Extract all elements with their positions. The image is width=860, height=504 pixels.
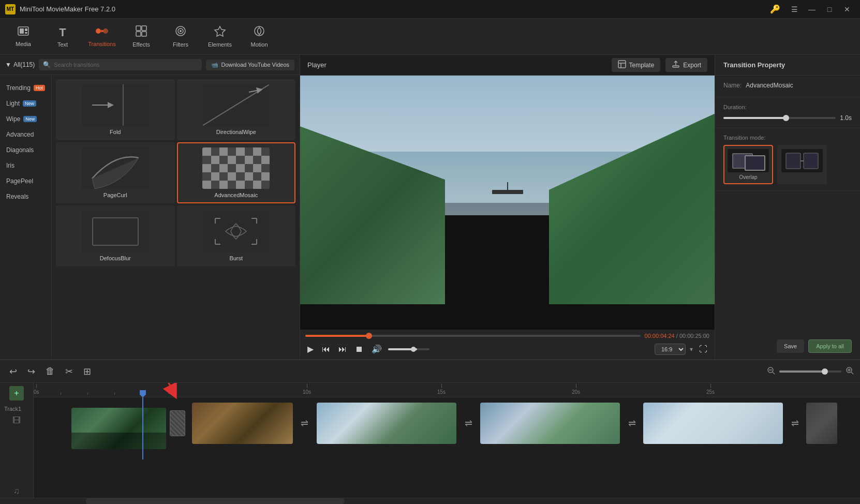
motion-icon: [254, 25, 265, 39]
timeline-right[interactable]: 0s 5s 10s 15s 20s: [34, 383, 860, 498]
apply-row: Save Apply to all: [715, 333, 860, 359]
export-btn[interactable]: Export: [665, 58, 707, 72]
effects-icon: [136, 25, 147, 39]
clip-forest[interactable]: [71, 408, 166, 449]
category-iris[interactable]: Iris: [0, 158, 51, 173]
add-track-btn[interactable]: +: [9, 386, 24, 401]
stop-btn[interactable]: ⏹: [353, 343, 365, 356]
all-count[interactable]: ▼ All(115): [5, 61, 35, 68]
hamburger-menu-btn[interactable]: ☰: [787, 3, 802, 16]
toolbar-transitions[interactable]: Transitions: [84, 21, 120, 52]
category-reveals[interactable]: Reveals: [0, 189, 51, 204]
svg-point-4: [96, 28, 101, 34]
category-light[interactable]: Light New: [0, 96, 51, 111]
mode-2[interactable]: [777, 145, 827, 184]
minimize-btn[interactable]: —: [804, 3, 820, 16]
fullscreen-btn[interactable]: ⛶: [697, 343, 709, 356]
label-20s: 20s: [572, 389, 580, 395]
transition-slot-2[interactable]: ⇌: [294, 408, 315, 439]
ruler-20s: 20s: [572, 384, 580, 395]
toolbar-motion[interactable]: Motion: [241, 21, 277, 52]
search-input[interactable]: [54, 62, 197, 68]
diagonals-label: Diagonals: [6, 146, 34, 154]
crop-btn[interactable]: ⊞: [80, 364, 94, 379]
transition-directionalwipe[interactable]: DirectionalWipe: [177, 79, 296, 140]
transition-burst[interactable]: Burst: [177, 205, 296, 266]
toolbar-text[interactable]: T Text: [45, 21, 81, 52]
svg-point-12: [180, 30, 182, 32]
tick-10s: [307, 384, 307, 388]
transition-marker-1: [170, 410, 185, 436]
zoom-wrap: [767, 366, 854, 376]
transition-slot-3[interactable]: ⇌: [458, 408, 479, 439]
search-input-wrap[interactable]: 🔍: [39, 59, 201, 70]
tick-25s: [710, 384, 711, 388]
clip-frozen[interactable]: [643, 403, 783, 444]
transition-slot-4[interactable]: ⇌: [621, 408, 642, 439]
film-icon[interactable]: 🎞: [12, 416, 21, 425]
search-icon: 🔍: [43, 61, 51, 68]
cut-btn[interactable]: ✂: [62, 364, 76, 379]
tick-3s: [114, 393, 115, 395]
download-youtube-btn[interactable]: 📹 Download YouTube Videos: [206, 60, 295, 70]
playhead[interactable]: [142, 397, 143, 459]
mode-section: Transition mode: Overlap: [715, 128, 860, 191]
music-icon[interactable]: ♫: [13, 486, 20, 496]
mode-options-row: Overlap: [723, 145, 852, 184]
ruler-3s: [114, 393, 115, 395]
redo-btn[interactable]: ↪: [24, 364, 38, 379]
zoom-slider[interactable]: [779, 370, 841, 373]
clip-snowy1[interactable]: [317, 403, 456, 444]
category-advanced[interactable]: Advanced: [0, 127, 51, 142]
toolbar-filters[interactable]: Filters: [162, 21, 199, 52]
svg-rect-25: [786, 153, 800, 169]
transition-pagecurl[interactable]: PageCurl: [56, 142, 175, 203]
clip-canyon[interactable]: [192, 403, 293, 444]
mode-overlap[interactable]: Overlap: [723, 145, 773, 184]
zoom-in-icon: [846, 366, 854, 376]
save-btn[interactable]: Save: [777, 339, 804, 353]
skip-fwd-btn[interactable]: ⏭: [336, 343, 349, 356]
skip-back-btn[interactable]: ⏮: [320, 343, 332, 356]
ruler-2s: [87, 393, 88, 395]
category-wipe[interactable]: Wipe New: [0, 111, 51, 127]
transition-fold[interactable]: Fold: [56, 79, 175, 140]
transition-slot-5[interactable]: ⇌: [784, 408, 805, 439]
chevron-down-icon: ▾: [690, 346, 693, 353]
right-panel: Transition Property Name: AdvancedMosaic…: [715, 55, 860, 359]
close-btn[interactable]: ✕: [839, 3, 855, 16]
clip-extra[interactable]: [806, 403, 837, 444]
toolbar-elements[interactable]: Elements: [202, 21, 238, 52]
advanced-label: Advanced: [6, 131, 34, 138]
duration-value: 1.0s: [840, 114, 852, 122]
maximize-btn[interactable]: □: [822, 3, 837, 16]
category-trending[interactable]: Trending Hot: [0, 80, 51, 96]
audio-track-row: ♫: [0, 484, 33, 498]
category-diagonals[interactable]: Diagonals: [0, 142, 51, 158]
progress-bar[interactable]: [305, 335, 641, 337]
duration-label: Duration:: [723, 104, 852, 110]
volume-btn[interactable]: 🔊: [369, 342, 384, 356]
transition-arrow-2: ⇌: [297, 416, 312, 431]
play-btn[interactable]: ▶: [305, 342, 316, 356]
track1-label: Track1: [0, 404, 33, 414]
apply-all-btn[interactable]: Apply to all: [808, 339, 852, 353]
transition-advancedmosaic[interactable]: AdvancedMosaic: [177, 142, 296, 203]
transition-defocusblur[interactable]: DefocusBlur: [56, 205, 175, 266]
delete-btn[interactable]: 🗑: [42, 364, 58, 379]
toolbar-media[interactable]: Media: [5, 21, 41, 52]
duration-slider[interactable]: [723, 117, 836, 119]
tick-20s: [576, 384, 576, 388]
bottom-scrollbar[interactable]: [0, 498, 860, 504]
undo-btn[interactable]: ↩: [6, 364, 20, 379]
transition-slot-1[interactable]: [167, 408, 188, 439]
svg-rect-15: [82, 84, 149, 126]
volume-slider[interactable]: [388, 348, 429, 350]
toolbar-effects[interactable]: Effects: [123, 21, 159, 52]
category-pagepeel[interactable]: PagePeel: [0, 173, 51, 189]
clip-snowy2[interactable]: [480, 403, 620, 444]
progress-thumb: [366, 333, 372, 339]
aspect-ratio-select[interactable]: 16:9 4:3 9:16: [655, 344, 686, 355]
filters-icon: [175, 25, 186, 39]
template-btn[interactable]: Template: [612, 58, 661, 72]
